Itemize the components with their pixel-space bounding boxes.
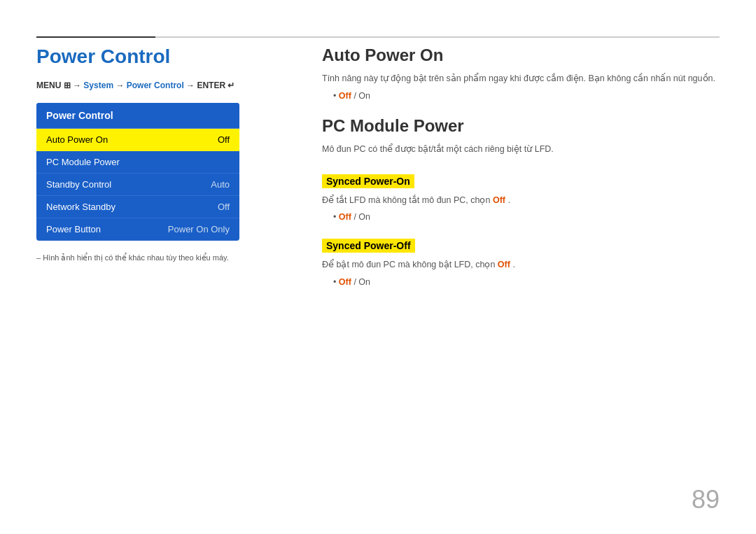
menu-item-power-button-value: Power On Only: [168, 224, 230, 234]
auto-power-on-bullet: Off / On: [333, 91, 720, 101]
auto-power-on-slash: / On: [354, 91, 370, 101]
menu-box-header: Power Control: [36, 103, 239, 129]
pc-module-title: PC Module Power: [322, 116, 720, 136]
synced-off-off-word: Off: [498, 260, 510, 269]
menu-item-network-label: Network Standby: [46, 202, 115, 212]
menu-arrow1: →: [73, 80, 83, 90]
menu-item-auto-power-on-value: Off: [218, 134, 230, 145]
menu-item-network-standby[interactable]: Network Standby Off: [36, 196, 239, 218]
menu-item-standby-control[interactable]: Standby Control Auto: [36, 174, 239, 196]
menu-arrow3: → ENTER: [186, 80, 225, 90]
synced-on-off-word: Off: [493, 195, 505, 205]
menu-enter-icon: ↵: [227, 80, 234, 90]
synced-off-off: Off: [339, 277, 351, 287]
pc-module-section: PC Module Power Mô đun PC có thể được bậ…: [322, 116, 720, 287]
right-panel: Auto Power On Tính năng này tự động bật …: [322, 45, 720, 291]
auto-power-on-title: Auto Power On: [322, 45, 720, 65]
synced-power-on-bullet: Off / On: [333, 212, 720, 222]
menu-system: System: [83, 80, 113, 90]
synced-power-on-desc: Để tắt LFD mà không tắt mô đun PC, chọn …: [322, 194, 720, 207]
menu-box: Power Control Auto Power On Off PC Modul…: [36, 103, 239, 241]
menu-item-standby-label: Standby Control: [46, 179, 111, 190]
synced-off-desc-text: Để bật mô đun PC mà không bật LFD, chọn: [322, 260, 498, 269]
synced-off-period: .: [512, 260, 514, 269]
synced-on-off: Off: [339, 212, 351, 222]
menu-arrow2: →: [115, 80, 126, 90]
menu-prefix: MENU: [36, 80, 64, 90]
auto-power-on-off: Off: [339, 91, 351, 101]
left-panel: Power Control MENU ⊞ → System → Power Co…: [36, 45, 288, 262]
auto-power-on-desc: Tính năng này tự động bật trên sản phẩm …: [322, 72, 720, 85]
menu-path: MENU ⊞ → System → Power Control → ENTER …: [36, 80, 288, 90]
pc-module-desc: Mô đun PC có thể được bật/tắt một cách r…: [322, 143, 720, 156]
menu-item-power-button-label: Power Button: [46, 224, 101, 234]
menu-item-pc-module[interactable]: PC Module Power: [36, 151, 239, 174]
menu-item-auto-power-on-label: Auto Power On: [46, 134, 108, 145]
menu-item-standby-value: Auto: [211, 179, 230, 190]
synced-power-off-desc: Để bật mô đun PC mà không bật LFD, chọn …: [322, 258, 720, 272]
synced-on-on: / On: [354, 212, 370, 222]
synced-power-off-title: Synced Power-Off: [322, 239, 415, 253]
image-note: Hình ảnh hiển thị có thể khác nhau tùy t…: [36, 253, 288, 262]
menu-icon: ⊞: [64, 80, 71, 90]
menu-item-network-value: Off: [218, 202, 230, 212]
menu-item-pc-module-label: PC Module Power: [46, 157, 120, 167]
page-number: 89: [692, 485, 720, 514]
synced-off-on: / On: [354, 277, 370, 287]
top-line: [36, 36, 720, 38]
menu-item-auto-power-on[interactable]: Auto Power On Off: [36, 129, 239, 151]
synced-on-period: .: [507, 195, 510, 205]
synced-power-on-title: Synced Power-On: [322, 174, 414, 188]
page-title: Power Control: [36, 45, 288, 68]
menu-power-control: Power Control: [127, 80, 184, 90]
menu-item-power-button[interactable]: Power Button Power On Only: [36, 218, 239, 241]
synced-power-off-bullet: Off / On: [333, 277, 720, 287]
synced-on-desc-text: Để tắt LFD mà không tắt mô đun PC, chọn: [322, 195, 493, 205]
